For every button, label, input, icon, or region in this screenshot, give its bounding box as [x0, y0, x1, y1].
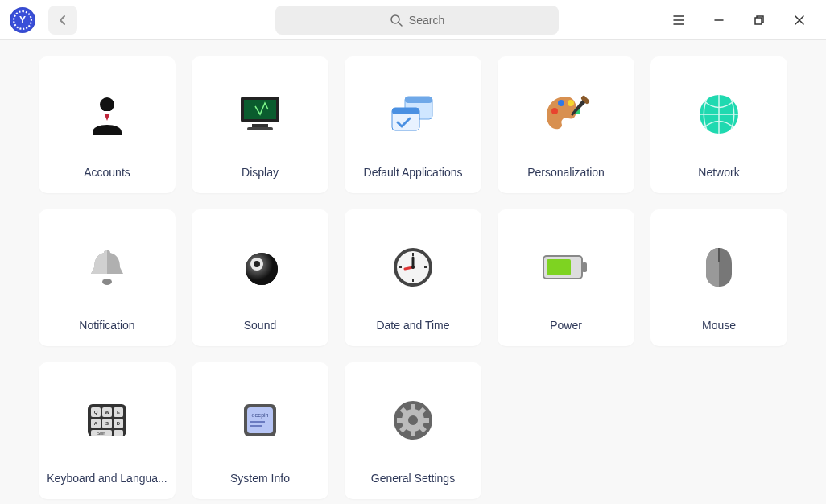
svg-rect-60 [411, 430, 415, 436]
keyboard-icon: QWEASDShift [43, 377, 171, 464]
card-accounts[interactable]: Accounts [39, 56, 176, 193]
card-label: Mouse [655, 319, 783, 332]
maximize-icon [754, 14, 765, 26]
card-label: Personalization [502, 166, 630, 179]
card-sound[interactable]: Sound [192, 209, 328, 346]
card-label: Display [196, 166, 324, 179]
menu-button[interactable] [659, 0, 699, 40]
svg-rect-59 [411, 404, 415, 411]
sysinfo-icon: deepin [196, 377, 324, 464]
gear-icon [349, 377, 477, 464]
close-icon [794, 14, 805, 26]
card-label: Sound [196, 319, 324, 332]
card-keyboard[interactable]: QWEASDShift Keyboard and Langua... [39, 362, 176, 499]
card-default-apps[interactable]: Default Applications [345, 56, 481, 193]
svg-text:D: D [117, 421, 121, 426]
svg-point-13 [558, 100, 564, 106]
svg-rect-9 [405, 97, 432, 103]
titlebar: Y Search [0, 0, 826, 40]
svg-point-30 [411, 266, 415, 269]
svg-rect-3 [104, 111, 110, 114]
svg-point-19 [246, 253, 278, 285]
svg-rect-1 [755, 18, 762, 24]
accounts-icon [43, 71, 171, 158]
card-label: Power [502, 319, 630, 332]
card-label: Default Applications [349, 166, 477, 179]
card-label: Notification [43, 319, 171, 332]
svg-rect-62 [423, 418, 429, 423]
card-notification[interactable]: Notification [39, 209, 176, 346]
svg-rect-52 [247, 407, 273, 433]
card-label: Network [655, 166, 783, 179]
svg-point-21 [254, 261, 260, 267]
card-sysinfo[interactable]: deepin System Info [192, 362, 328, 499]
svg-text:E: E [117, 410, 120, 415]
sound-icon [196, 224, 324, 311]
svg-rect-11 [392, 108, 419, 114]
search-icon [390, 14, 403, 27]
svg-point-14 [568, 100, 574, 106]
card-display[interactable]: Display [192, 56, 328, 193]
svg-rect-5 [244, 100, 276, 119]
card-label: General Settings [349, 472, 477, 485]
display-icon [196, 71, 324, 158]
card-general[interactable]: General Settings [345, 362, 481, 499]
svg-text:A: A [94, 421, 98, 426]
battery-icon [502, 224, 630, 311]
card-label: Accounts [43, 166, 171, 179]
card-mouse[interactable]: Mouse [650, 209, 787, 346]
svg-rect-6 [252, 124, 268, 127]
default-apps-icon [349, 71, 477, 158]
mouse-icon [655, 224, 783, 311]
settings-grid: Accounts Display Default Applications Pe… [39, 56, 787, 499]
back-button[interactable] [48, 6, 77, 35]
svg-text:Shift: Shift [97, 431, 106, 436]
svg-point-12 [551, 108, 558, 114]
card-power[interactable]: Power [498, 209, 634, 346]
app-logo: Y [10, 7, 35, 33]
clock-icon [349, 224, 477, 311]
svg-rect-50 [114, 430, 123, 436]
svg-rect-61 [397, 418, 403, 423]
minimize-button[interactable] [699, 0, 739, 40]
svg-text:S: S [105, 421, 109, 426]
minimize-icon [713, 14, 725, 26]
svg-rect-7 [247, 127, 273, 130]
svg-point-2 [100, 97, 114, 112]
card-network[interactable]: Network [650, 56, 787, 193]
network-icon [655, 71, 783, 158]
search-input[interactable]: Search [275, 6, 559, 35]
svg-rect-33 [547, 259, 571, 275]
svg-text:deepin: deepin [251, 412, 268, 419]
chevron-left-icon [58, 14, 68, 26]
card-personalization[interactable]: Personalization [498, 56, 634, 193]
personalization-icon [502, 71, 630, 158]
menu-icon [673, 15, 684, 25]
maximize-button[interactable] [739, 0, 779, 40]
card-label: Date and Time [349, 319, 477, 332]
svg-rect-32 [582, 262, 587, 272]
settings-content: Accounts Display Default Applications Pe… [0, 40, 826, 504]
svg-point-58 [408, 415, 418, 425]
search-placeholder: Search [409, 14, 444, 27]
svg-text:Q: Q [94, 410, 98, 415]
svg-point-17 [102, 279, 112, 285]
card-label: System Info [196, 472, 324, 485]
card-datetime[interactable]: Date and Time [345, 209, 481, 346]
notification-icon [43, 224, 171, 311]
card-label: Keyboard and Langua... [43, 472, 171, 485]
window-controls [659, 0, 820, 40]
close-button[interactable] [779, 0, 820, 40]
svg-text:W: W [105, 410, 109, 415]
